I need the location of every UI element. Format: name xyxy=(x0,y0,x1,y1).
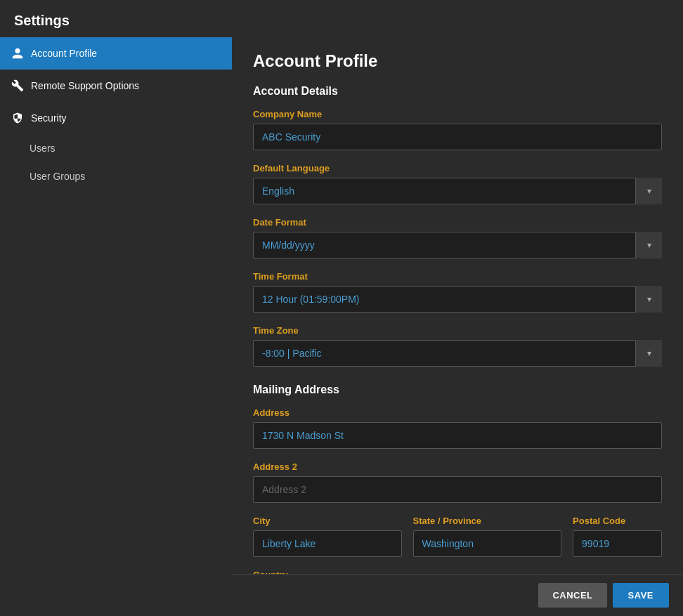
cancel-button[interactable]: CANCEL xyxy=(538,583,606,608)
time-format-label: Time Format xyxy=(253,271,662,282)
time-format-wrapper: 12 Hour (01:59:00PM) 24 Hour (13:59:00) … xyxy=(253,286,662,313)
date-format-select[interactable]: MM/dd/yyyy dd/MM/yyyy yyyy-MM-dd xyxy=(253,232,662,258)
time-format-select[interactable]: 12 Hour (01:59:00PM) 24 Hour (13:59:00) xyxy=(253,286,662,313)
app-title: Settings xyxy=(0,0,683,37)
address2-input[interactable] xyxy=(253,476,662,503)
time-zone-select[interactable]: -8:00 | Pacific -7:00 | Mountain -6:00 |… xyxy=(253,340,662,367)
sidebar-item-label-user-groups: User Groups xyxy=(30,171,85,182)
section-title-mailing-address: Mailing Address xyxy=(253,384,662,396)
date-format-group: Date Format MM/dd/yyyy dd/MM/yyyy yyyy-M… xyxy=(253,217,662,258)
page-title: Account Profile xyxy=(253,51,662,71)
wrench-icon xyxy=(11,79,24,92)
sidebar-item-user-groups[interactable]: User Groups xyxy=(0,162,232,190)
sidebar-item-label-users: Users xyxy=(30,143,56,154)
section-title-account-details: Account Details xyxy=(253,85,662,98)
company-name-label: Company Name xyxy=(253,109,662,119)
state-label: State / Province xyxy=(413,516,562,526)
city-state-postal-row: City State / Province Postal Code xyxy=(253,516,662,570)
sidebar-item-security[interactable]: Security xyxy=(0,102,232,134)
sidebar-item-label-security: Security xyxy=(31,112,67,124)
default-language-wrapper: English Spanish French German ▾ xyxy=(253,178,662,204)
default-language-group: Default Language English Spanish French … xyxy=(253,163,662,204)
sidebar-item-label-account-profile: Account Profile xyxy=(31,48,97,59)
city-group: City xyxy=(253,516,402,557)
address-group: Address xyxy=(253,407,662,449)
time-zone-group: Time Zone -8:00 | Pacific -7:00 | Mounta… xyxy=(253,325,662,367)
date-format-wrapper: MM/dd/yyyy dd/MM/yyyy yyyy-MM-dd ▾ xyxy=(253,232,662,258)
sidebar-item-label-remote-support: Remote Support Options xyxy=(31,80,139,91)
sidebar-item-account-profile[interactable]: Account Profile xyxy=(0,37,232,70)
time-zone-wrapper: -8:00 | Pacific -7:00 | Mountain -6:00 |… xyxy=(253,340,662,367)
content-area: Account Profile Account Details Company … xyxy=(232,37,683,616)
sidebar-item-remote-support[interactable]: Remote Support Options xyxy=(0,70,232,102)
sidebar-item-users[interactable]: Users xyxy=(0,134,232,162)
footer-buttons: CANCEL SAVE xyxy=(232,574,683,616)
state-group: State / Province xyxy=(413,516,562,557)
save-button[interactable]: SAVE xyxy=(613,583,669,608)
state-input[interactable] xyxy=(413,530,562,557)
company-name-group: Company Name xyxy=(253,109,662,150)
time-format-group: Time Format 12 Hour (01:59:00PM) 24 Hour… xyxy=(253,271,662,313)
address-label: Address xyxy=(253,407,662,418)
city-label: City xyxy=(253,516,402,526)
postal-group: Postal Code xyxy=(573,516,662,557)
address2-group: Address 2 xyxy=(253,461,662,503)
time-zone-label: Time Zone xyxy=(253,325,662,336)
date-format-label: Date Format xyxy=(253,217,662,228)
postal-input[interactable] xyxy=(573,530,662,557)
default-language-label: Default Language xyxy=(253,163,662,173)
person-icon xyxy=(11,47,24,60)
address2-label: Address 2 xyxy=(253,461,662,472)
security-icon xyxy=(11,112,24,124)
sidebar: Account Profile Remote Support Options xyxy=(0,37,232,616)
city-input[interactable] xyxy=(253,530,402,557)
company-name-input[interactable] xyxy=(253,124,662,150)
address-input[interactable] xyxy=(253,422,662,449)
default-language-select[interactable]: English Spanish French German xyxy=(253,178,662,204)
postal-label: Postal Code xyxy=(573,516,662,526)
